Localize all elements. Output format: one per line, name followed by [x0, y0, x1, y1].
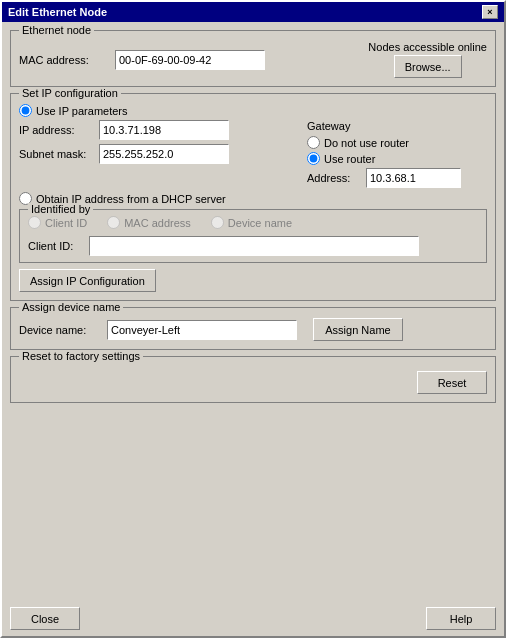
reset-btn-row: Reset	[19, 367, 487, 394]
client-id-radio-label: Client ID	[28, 216, 87, 229]
use-ip-label: Use IP parameters	[36, 105, 128, 117]
device-name-label: Device name:	[19, 324, 99, 336]
ip-config-group: Set IP configuration Use IP parameters I…	[10, 93, 496, 301]
ethernet-node-label: Ethernet node	[19, 24, 94, 36]
mac-address-radio-label: MAC address	[107, 216, 191, 229]
nodes-accessible-label: Nodes accessible online	[368, 41, 487, 53]
close-window-button[interactable]: ×	[482, 5, 498, 19]
close-button[interactable]: Close	[10, 607, 80, 630]
footer-buttons: Close Help	[2, 601, 504, 636]
assign-name-button[interactable]: Assign Name	[313, 318, 403, 341]
ethernet-node-group: Ethernet node MAC address: Nodes accessi…	[10, 30, 496, 87]
device-name-radio	[211, 216, 224, 229]
dhcp-section: Obtain IP address from a DHCP server Ide…	[19, 192, 487, 263]
ip-left: IP address: Subnet mask:	[19, 120, 297, 188]
mac-row: MAC address:	[19, 50, 368, 70]
use-ip-radio-label[interactable]: Use IP parameters	[19, 104, 487, 117]
device-name-row: Device name: Assign Name	[19, 318, 487, 341]
reset-button[interactable]: Reset	[417, 371, 487, 394]
mac-address-radio-text: MAC address	[124, 217, 191, 229]
title-bar: Edit Ethernet Node ×	[2, 2, 504, 22]
device-name-input[interactable]	[107, 320, 297, 340]
ip-config-inner: IP address: Subnet mask: Gateway Do not …	[19, 120, 487, 188]
identified-by-group: Identified by Client ID MAC address D	[19, 209, 487, 263]
assign-ip-button[interactable]: Assign IP Configuration	[19, 269, 156, 292]
assign-ip-btn-row: Assign IP Configuration	[19, 269, 487, 292]
ip-address-row: IP address:	[19, 120, 297, 140]
no-router-radio[interactable]	[307, 136, 320, 149]
reset-group: Reset to factory settings Reset	[10, 356, 496, 403]
ethernet-section: MAC address: Nodes accessible online Bro…	[19, 41, 487, 78]
gateway-address-input[interactable]	[366, 168, 461, 188]
device-name-radio-label: Device name	[211, 216, 292, 229]
identified-by-radio-row: Client ID MAC address Device name	[28, 216, 478, 232]
mac-address-input[interactable]	[115, 50, 265, 70]
mac-label: MAC address:	[19, 54, 109, 66]
client-id-radio	[28, 216, 41, 229]
ip-right: Gateway Do not use router Use router Add…	[307, 120, 487, 188]
subnet-row: Subnet mask:	[19, 144, 297, 164]
use-router-label: Use router	[324, 153, 375, 165]
no-router-label: Do not use router	[324, 137, 409, 149]
reset-group-label: Reset to factory settings	[19, 350, 143, 362]
use-router-radio-label[interactable]: Use router	[307, 152, 487, 165]
gateway-address-label: Address:	[307, 172, 362, 184]
identified-by-label: Identified by	[28, 203, 93, 215]
use-ip-radio[interactable]	[19, 104, 32, 117]
subnet-input[interactable]	[99, 144, 229, 164]
main-window: Edit Ethernet Node × Ethernet node MAC a…	[0, 0, 506, 638]
gateway-address-row: Address:	[307, 168, 487, 188]
client-id-input	[89, 236, 419, 256]
ip-address-label: IP address:	[19, 124, 99, 136]
ip-address-input[interactable]	[99, 120, 229, 140]
client-id-label: Client ID:	[28, 240, 83, 252]
gateway-title: Gateway	[307, 120, 487, 132]
window-title: Edit Ethernet Node	[8, 6, 107, 18]
client-id-radio-text: Client ID	[45, 217, 87, 229]
nodes-section: Nodes accessible online Browse...	[368, 41, 487, 78]
no-router-radio-label[interactable]: Do not use router	[307, 136, 487, 149]
client-id-row: Client ID:	[28, 236, 478, 256]
use-router-radio[interactable]	[307, 152, 320, 165]
main-content: Ethernet node MAC address: Nodes accessi…	[2, 22, 504, 601]
mac-address-radio	[107, 216, 120, 229]
subnet-label: Subnet mask:	[19, 148, 99, 160]
ip-config-group-label: Set IP configuration	[19, 87, 121, 99]
assign-device-label: Assign device name	[19, 301, 123, 313]
device-name-radio-text: Device name	[228, 217, 292, 229]
assign-device-group: Assign device name Device name: Assign N…	[10, 307, 496, 350]
title-bar-buttons: ×	[482, 5, 498, 19]
help-button[interactable]: Help	[426, 607, 496, 630]
browse-button[interactable]: Browse...	[394, 55, 462, 78]
